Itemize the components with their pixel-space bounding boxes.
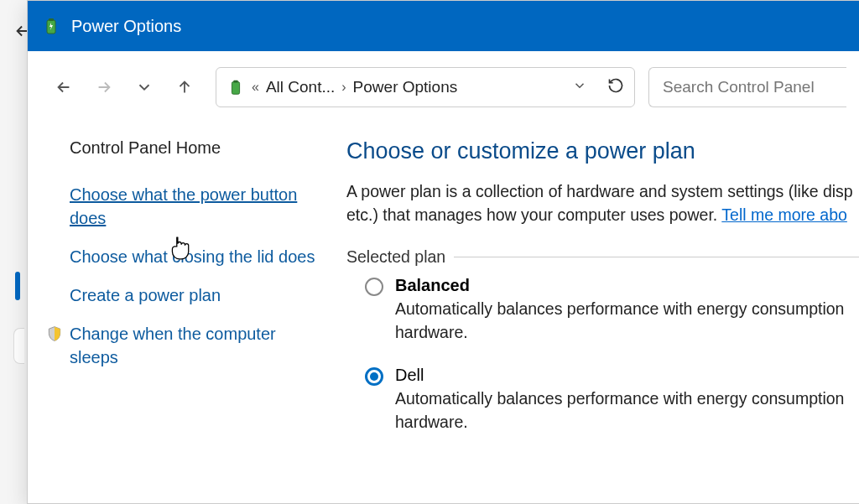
- svg-rect-2: [232, 82, 239, 95]
- radio-dell[interactable]: [365, 367, 383, 386]
- search-input[interactable]: [663, 78, 833, 96]
- sidebar-link-power-button[interactable]: Choose what the power button does: [70, 183, 321, 230]
- sidebar-link-closing-lid[interactable]: Choose what closing the lid does: [70, 245, 321, 268]
- sidebar: Control Panel Home Choose what the power…: [70, 138, 338, 456]
- plan-name[interactable]: Balanced: [395, 276, 844, 295]
- navigation-bar: « All Cont... › Power Options: [28, 51, 859, 123]
- chevron-right-icon: ›: [341, 80, 346, 95]
- sidebar-link-create-plan[interactable]: Create a power plan: [70, 283, 321, 307]
- plan-description: Automatically balances performance with …: [395, 387, 844, 434]
- address-bar[interactable]: « All Cont... › Power Options: [216, 67, 635, 107]
- refresh-button[interactable]: [607, 77, 624, 97]
- page-heading: Choose or customize a power plan: [346, 138, 859, 164]
- svg-rect-1: [49, 18, 54, 21]
- nav-forward-button[interactable]: [86, 70, 122, 105]
- page-description: A power plan is a collection of hardware…: [346, 179, 859, 227]
- control-panel-window: Power Options « All Cont... › Power Opti…: [27, 0, 859, 504]
- breadcrumb-segment[interactable]: All Cont...: [266, 78, 335, 96]
- battery-icon: [226, 78, 245, 96]
- nav-up-button[interactable]: [167, 70, 202, 105]
- main-panel: Choose or customize a power plan A power…: [338, 138, 859, 456]
- section-divider: [447, 257, 859, 257]
- svg-rect-3: [233, 81, 238, 83]
- tell-me-more-link[interactable]: Tell me more abo: [721, 205, 847, 224]
- slider-edge: [15, 272, 20, 300]
- plan-description: Automatically balances performance with …: [395, 297, 844, 345]
- breadcrumb-sep: «: [252, 80, 259, 95]
- control-panel-home-link[interactable]: Control Panel Home: [70, 138, 321, 158]
- nav-back-button[interactable]: [46, 70, 81, 105]
- sidebar-item-label: Change when the computer sleeps: [70, 322, 321, 369]
- battery-icon: [41, 16, 61, 36]
- plan-option-balanced: Balanced Automatically balances performa…: [365, 276, 859, 345]
- address-dropdown[interactable]: [572, 78, 587, 96]
- titlebar: Power Options: [28, 1, 859, 51]
- nav-history-dropdown[interactable]: [127, 70, 162, 105]
- shield-icon: [46, 325, 63, 342]
- section-label: Selected plan: [346, 247, 454, 267]
- radio-balanced[interactable]: [365, 278, 383, 296]
- plan-option-dell: Dell Automatically balances performance …: [365, 366, 859, 434]
- sidebar-link-computer-sleeps[interactable]: Change when the computer sleeps: [46, 322, 321, 369]
- breadcrumb-segment[interactable]: Power Options: [353, 78, 458, 96]
- search-box[interactable]: [648, 67, 846, 107]
- window-title: Power Options: [71, 17, 181, 36]
- background-box: [13, 328, 24, 364]
- plan-name[interactable]: Dell: [395, 366, 844, 385]
